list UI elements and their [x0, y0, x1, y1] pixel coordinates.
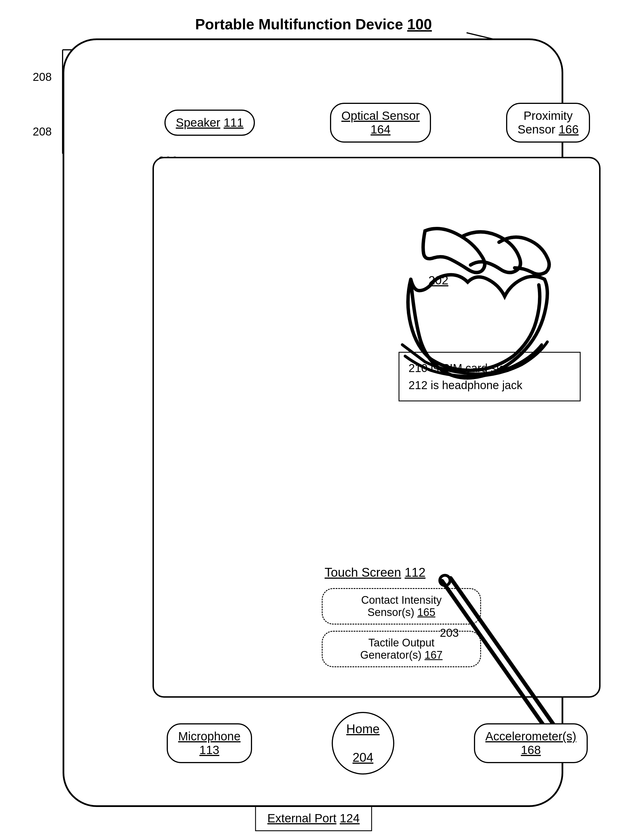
title-number: 100: [407, 16, 432, 32]
optical-sensor-number: 164: [371, 123, 391, 136]
optical-sensor-label: Optical Sensor: [341, 109, 420, 122]
home-label: Home: [346, 722, 380, 736]
microphone-label: Microphone: [178, 729, 240, 743]
home-button: Home204: [332, 712, 394, 775]
accelerometer-number: 168: [521, 743, 541, 756]
touch-screen-number: 112: [405, 565, 425, 579]
microphone-number: 113: [199, 743, 219, 756]
note-line1: 210 is SIM card slot: [408, 360, 571, 377]
ref-208-top: 208: [33, 71, 52, 84]
diagram: Portable Multifunction Device 100 206 21…: [0, 0, 627, 840]
accelerometer-label: Accelerometer(s): [485, 729, 577, 743]
page-title: Portable Multifunction Device 100: [195, 16, 432, 33]
microphone-box: Microphone113: [167, 723, 252, 763]
speaker-label: Speaker: [176, 116, 220, 129]
bottom-section: Microphone113 Home204 Accelerometer(s)16…: [127, 712, 627, 775]
external-port-box: External Port 124: [255, 805, 372, 831]
speaker-number: 111: [224, 116, 244, 129]
contact-intensity-box: Contact IntensitySensor(s) 165: [322, 588, 481, 625]
proximity-sensor-box: ProximitySensor 166: [506, 103, 590, 143]
touch-screen-text: Touch Screen: [325, 565, 401, 579]
contact-intensity-number: 165: [417, 606, 435, 618]
touch-screen-label: Touch Screen 112: [325, 565, 425, 579]
external-port-number: 124: [340, 812, 359, 825]
optical-sensor-box: Optical Sensor164: [330, 103, 431, 143]
accelerometer-box: Accelerometer(s)168: [474, 723, 588, 763]
ref-202: 202: [429, 273, 448, 287]
speaker-box: Speaker 111: [164, 110, 255, 136]
tactile-output-number: 167: [424, 649, 443, 661]
note-box: 210 is SIM card slot 212 is headphone ja…: [399, 352, 581, 401]
title-text: Portable Multifunction Device: [195, 16, 403, 32]
device-frame: Speaker 111 Optical Sensor164 ProximityS…: [63, 38, 563, 807]
ref-203: 203: [440, 627, 459, 639]
note-line2: 212 is headphone jack: [408, 377, 571, 394]
home-number: 204: [353, 750, 373, 764]
ref-208-bottom: 208: [33, 125, 52, 138]
top-components-row: Speaker 111 Optical Sensor164 ProximityS…: [127, 103, 627, 143]
external-port-label: External Port: [268, 812, 337, 825]
proximity-sensor-number: 166: [559, 123, 579, 136]
screen-area: 210 is SIM card slot 212 is headphone ja…: [153, 157, 600, 698]
